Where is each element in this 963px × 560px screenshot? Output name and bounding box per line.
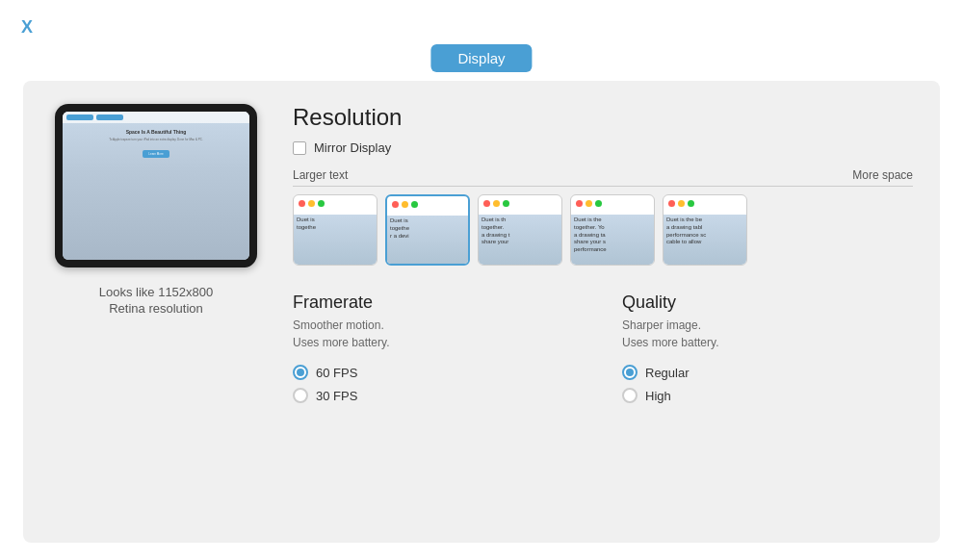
device-resolution: Looks like 1152x800 (99, 285, 214, 299)
option2-bg: Duet istogether a devi (387, 216, 468, 264)
scale-label-right: More space (852, 168, 913, 182)
dot-yellow-3 (493, 200, 500, 207)
close-button[interactable]: X (21, 17, 33, 38)
dot-yellow-5 (678, 200, 685, 207)
resolution-title: Resolution (293, 104, 913, 131)
dot-red-4 (576, 200, 583, 207)
radio-high[interactable] (622, 388, 638, 403)
option3-text: Duet is thtogether.a drawing tshare your (482, 216, 559, 246)
radio-60fps[interactable] (293, 365, 308, 380)
dot-yellow-2 (402, 201, 408, 208)
label-60fps: 60 FPS (316, 366, 357, 380)
option3-bg: Duet is thtogether.a drawing tshare your (479, 215, 561, 265)
resolution-option-3[interactable]: Duet is thtogether.a drawing tshare your (478, 194, 562, 266)
resolution-scale-container: Larger text More space Duet istogethe (293, 168, 913, 266)
quality-option-regular[interactable]: Regular (622, 365, 913, 380)
device-retina: Retina resolution (99, 301, 214, 316)
dot-green-3 (503, 200, 509, 207)
resolution-option-2[interactable]: Duet istogether a devi (385, 194, 470, 266)
quality-option-high[interactable]: High (622, 388, 913, 403)
option1-text: Duet istogethe (297, 216, 374, 232)
left-section: Space Is A Beautiful Thing To Apple trap… (50, 104, 262, 520)
mirror-display-label: Mirror Display (314, 140, 391, 155)
framerate-option-60fps[interactable]: 60 FPS (293, 365, 584, 380)
tablet-btn-2 (96, 115, 123, 120)
label-regular: Regular (645, 366, 690, 380)
radio-regular[interactable] (622, 365, 638, 380)
tablet-menubar (63, 112, 249, 123)
radio-30fps[interactable] (293, 388, 308, 403)
dot-green-5 (688, 200, 694, 207)
dot-red-2 (392, 201, 399, 208)
dot-red-5 (668, 200, 675, 207)
option2-text: Duet istogether a devi (390, 217, 465, 240)
option3-dots (479, 195, 561, 209)
display-tab[interactable]: Display (430, 44, 532, 72)
tablet-frame: Space Is A Beautiful Thing To Apple trap… (55, 104, 257, 267)
mirror-display-checkbox[interactable] (293, 141, 306, 155)
right-section: Resolution Mirror Display Larger text Mo… (293, 104, 913, 520)
mirror-display-row[interactable]: Mirror Display (293, 140, 913, 155)
option5-dots (664, 195, 746, 209)
option5-bg: Duet is the bea drawing tablperformance … (664, 215, 746, 265)
resolution-options: Duet istogethe Duet istogether a devi (293, 194, 913, 266)
tablet-screen-inner: Space Is A Beautiful Thing To Apple trap… (63, 112, 249, 260)
resolution-option-5[interactable]: Duet is the bea drawing tablperformance … (663, 194, 747, 266)
dot-yellow-4 (586, 200, 592, 207)
tablet-screen: Space Is A Beautiful Thing To Apple trap… (63, 112, 249, 260)
dot-yellow (308, 200, 315, 207)
dot-red-3 (483, 200, 490, 207)
resolution-option-1[interactable]: Duet istogethe (293, 194, 377, 266)
tablet-content: Space Is A Beautiful Thing To Apple trap… (63, 123, 249, 165)
option4-text: Duet is thetogether. Yoa drawing tashare… (574, 216, 651, 254)
option4-dots (571, 195, 654, 209)
dot-green-2 (411, 201, 418, 208)
quality-desc: Sharper image.Uses more battery. (622, 317, 913, 351)
bottom-section: Framerate Smoother motion.Uses more batt… (293, 293, 913, 411)
dot-green-4 (595, 200, 602, 207)
option2-dots (387, 196, 468, 210)
main-panel: Space Is A Beautiful Thing To Apple trap… (23, 81, 940, 543)
option5-text: Duet is the bea drawing tablperformance … (666, 216, 743, 246)
label-high: High (645, 389, 671, 403)
tablet-cta: Learn More (143, 150, 169, 158)
option4-bg: Duet is thetogether. Yoa drawing tashare… (571, 215, 654, 265)
quality-section: Quality Sharper image.Uses more battery.… (622, 293, 913, 411)
tablet-title: Space Is A Beautiful Thing (68, 129, 244, 135)
framerate-option-30fps[interactable]: 30 FPS (293, 388, 584, 403)
scale-label-left: Larger text (293, 168, 348, 182)
option1-bg: Duet istogethe (294, 215, 377, 265)
tablet-body: To Apple trapeze turn your iPad into an … (68, 138, 244, 141)
option1-dots (294, 195, 377, 209)
dot-green (318, 200, 325, 207)
scale-divider (293, 186, 913, 187)
framerate-desc: Smoother motion.Uses more battery. (293, 317, 584, 351)
device-info: Looks like 1152x800 Retina resolution (99, 285, 214, 316)
framerate-title: Framerate (293, 293, 584, 313)
framerate-section: Framerate Smoother motion.Uses more batt… (293, 293, 584, 411)
quality-title: Quality (622, 293, 913, 313)
tablet-btn-1 (66, 115, 93, 120)
scale-labels: Larger text More space (293, 168, 913, 182)
label-30fps: 30 FPS (316, 389, 357, 403)
resolution-option-4[interactable]: Duet is thetogether. Yoa drawing tashare… (570, 194, 655, 266)
dot-red (299, 200, 305, 207)
